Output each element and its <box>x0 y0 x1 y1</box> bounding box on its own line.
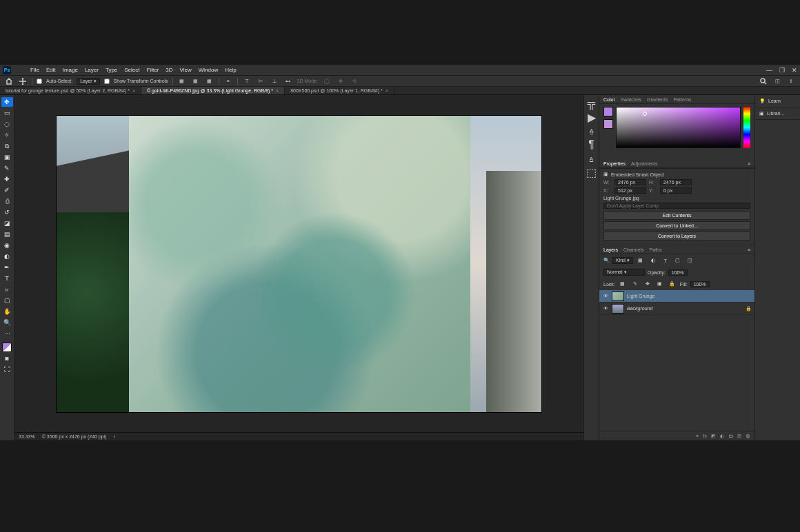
pen-tool[interactable]: ✒ <box>1 263 13 272</box>
align-left-icon[interactable]: ▦ <box>177 77 187 85</box>
marquee-tool[interactable]: ▭ <box>1 108 13 118</box>
background-swatch[interactable] <box>603 119 613 129</box>
menu-image[interactable]: Image <box>63 67 78 73</box>
paths-tab[interactable]: Paths <box>650 247 662 252</box>
menu-3d[interactable]: 3D <box>166 67 172 73</box>
lock-all-icon[interactable]: 🔒 <box>668 280 677 288</box>
brushsettings-icon[interactable]: ╦ <box>587 99 597 108</box>
move-tool[interactable]: ✥ <box>1 97 13 107</box>
menu-view[interactable]: View <box>180 67 192 73</box>
hue-slider[interactable] <box>743 107 750 148</box>
menu-filter[interactable]: Filter <box>147 67 159 73</box>
lasso-tool[interactable]: ◌ <box>1 119 13 129</box>
canvas-area[interactable] <box>14 95 583 432</box>
panel-menu-icon[interactable]: ≡ <box>748 161 750 166</box>
swatches-tab[interactable]: Swatches <box>621 97 641 102</box>
color-tab[interactable]: Color <box>603 97 615 102</box>
search-icon[interactable]: 🔍 <box>603 258 610 263</box>
history-brush-tool[interactable]: ↺ <box>1 207 13 217</box>
color-picker[interactable] <box>599 104 754 159</box>
path-tool[interactable]: ▹ <box>1 285 13 294</box>
blur-tool[interactable]: ◉ <box>1 241 13 250</box>
hand-tool[interactable]: ✋ <box>1 307 13 316</box>
brush-tool[interactable]: ✐ <box>1 185 13 195</box>
menu-file[interactable]: File <box>30 67 39 73</box>
doc-tab-2[interactable]: © gold-hill-P496ZND.jpg @ 33.3% (Light G… <box>141 87 285 94</box>
filter-type-icon[interactable]: T <box>661 256 670 265</box>
h-value[interactable]: 2476 px <box>660 179 692 185</box>
align-top-icon[interactable]: ⊤ <box>242 77 252 85</box>
fx-icon[interactable]: fx <box>703 433 707 438</box>
opacity-value[interactable]: 100% <box>668 269 688 276</box>
layercomp-dropdown[interactable]: Don't Apply Layer Comp <box>603 203 750 209</box>
shape-tool[interactable]: ▢ <box>1 296 13 305</box>
filter-smart-icon[interactable]: ◫ <box>686 256 695 265</box>
more-icon[interactable]: ••• <box>283 77 293 85</box>
zoom-tool[interactable]: 🔍 <box>1 318 13 327</box>
align-center-icon[interactable]: ▦ <box>191 77 201 85</box>
type-tool[interactable]: T <box>1 274 13 283</box>
status-chevron-icon[interactable]: › <box>114 434 115 439</box>
quickmask-tool[interactable]: ◙ <box>1 354 13 363</box>
stamp-tool[interactable]: ⎙ <box>1 196 13 206</box>
layer-thumb[interactable] <box>612 291 624 301</box>
doc-tab-3[interactable]: 800X500.psd @ 100% (Layer 1, RGB/8#) *× <box>285 87 394 94</box>
close-icon[interactable]: × <box>276 88 279 93</box>
show-transform-checkbox[interactable] <box>104 79 110 84</box>
color-swatch[interactable] <box>2 342 12 352</box>
align-right-icon[interactable]: ▦ <box>205 77 214 85</box>
color-field[interactable] <box>616 107 741 148</box>
window-restore[interactable]: ❐ <box>779 67 785 74</box>
filter-kind-dropdown[interactable]: Kind ▾ <box>612 257 633 264</box>
menu-type[interactable]: Type <box>106 67 117 73</box>
properties-tab[interactable]: Properties <box>603 161 626 166</box>
visibility-icon[interactable]: 👁 <box>602 294 609 298</box>
gradient-tool[interactable]: ▤ <box>1 229 13 239</box>
channels-tab[interactable]: Channels <box>623 247 644 252</box>
mask-icon[interactable]: ◩ <box>711 433 716 439</box>
gradients-tab[interactable]: Gradients <box>647 97 668 102</box>
document[interactable] <box>57 116 541 412</box>
edit-contents-button[interactable]: Edit Contents <box>603 211 750 220</box>
close-icon[interactable]: × <box>132 88 135 93</box>
trash-icon[interactable]: 🗑 <box>746 433 750 438</box>
w-value[interactable]: 2476 px <box>614 179 646 185</box>
menu-window[interactable]: Window <box>199 67 218 73</box>
close-icon[interactable]: × <box>386 88 388 93</box>
smart-object-layer[interactable] <box>129 116 470 412</box>
lock-position-icon[interactable]: ✥ <box>643 280 652 288</box>
align-vcenter-icon[interactable]: ⊢ <box>256 77 266 85</box>
patterns-tab[interactable]: Patterns <box>673 97 691 102</box>
menu-layer[interactable]: Layer <box>85 67 99 73</box>
adjustment-icon[interactable]: ◐ <box>720 433 724 439</box>
libraries-tab[interactable]: ▣Librari... <box>755 108 800 120</box>
layer-row[interactable]: 👁 Background 🔒 <box>599 303 754 315</box>
filter-adj-icon[interactable]: ◐ <box>648 256 658 265</box>
eyedropper-tool[interactable]: ✎ <box>1 163 13 173</box>
y-value[interactable]: 0 px <box>660 187 692 194</box>
auto-select-checkbox[interactable] <box>37 79 42 84</box>
layer-thumb[interactable] <box>612 304 624 314</box>
panel-menu-icon[interactable]: ≡ <box>748 247 750 252</box>
layer-row[interactable]: 👁 Light Grunge <box>599 290 754 303</box>
heal-tool[interactable]: ✚ <box>1 174 13 184</box>
window-minimize[interactable]: — <box>766 67 772 74</box>
adjustments-tab[interactable]: Adjustments <box>631 161 658 166</box>
layers-tab[interactable]: Layers <box>603 247 618 252</box>
menu-select[interactable]: Select <box>124 67 139 73</box>
play-icon[interactable]: ▶ <box>587 113 597 121</box>
convert-linked-button[interactable]: Convert to Linked... <box>603 221 750 230</box>
glyphs-icon[interactable]: A <box>587 154 597 163</box>
convert-layers-button[interactable]: Convert to Layers <box>603 232 750 241</box>
doc-tab-1[interactable]: tutorial for grunge texture.psd @ 50% (L… <box>0 87 141 94</box>
workspace-icon[interactable]: ◫ <box>772 77 782 85</box>
zoom-level[interactable]: 33.33% <box>19 434 35 439</box>
eraser-tool[interactable]: ◪ <box>1 218 13 228</box>
character-icon[interactable]: A̲ <box>587 127 597 135</box>
align-bottom-icon[interactable]: ⊥ <box>270 77 279 85</box>
cube-icon[interactable]: ⬚ <box>587 168 597 176</box>
search-icon[interactable] <box>759 77 768 85</box>
auto-select-dropdown[interactable]: Layer ▾ <box>77 78 99 85</box>
lock-artboard-icon[interactable]: ▣ <box>655 280 665 288</box>
layer-name[interactable]: Background <box>627 306 652 311</box>
